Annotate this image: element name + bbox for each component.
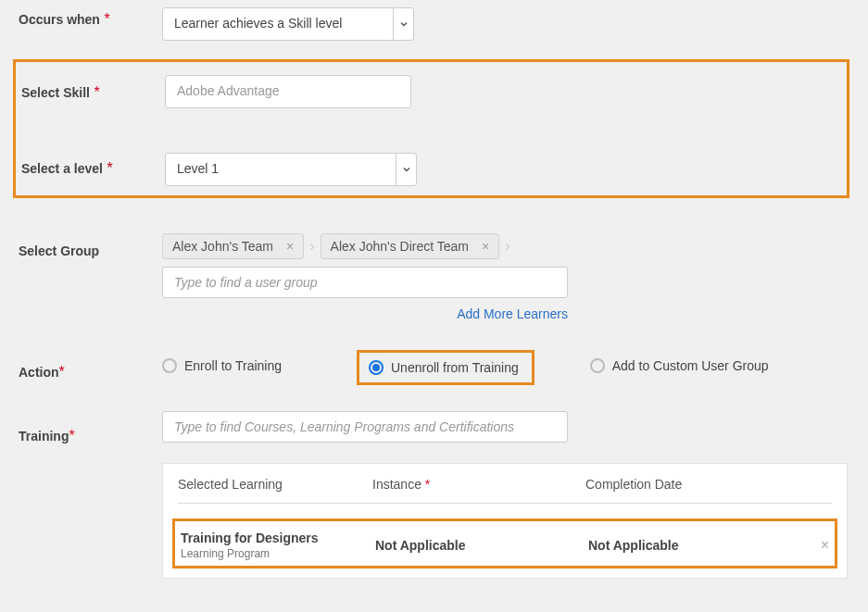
col-selected-learning: Selected Learning [178, 477, 372, 492]
action-radio-unenroll[interactable]: Unenroll from Training [369, 360, 519, 375]
training-instance: Not Applicable [375, 538, 588, 553]
radio-icon [369, 360, 384, 375]
training-completion: Not Applicable [588, 538, 801, 553]
level-value: Level 1 [166, 154, 396, 185]
radio-icon [590, 358, 605, 373]
action-radio-enroll[interactable]: Enroll to Training [162, 358, 282, 373]
chevron-down-icon [393, 8, 413, 40]
remove-icon[interactable]: × [482, 239, 489, 254]
breadcrumb-separator: › [309, 238, 314, 255]
learning-plan-form: Occurs when * Learner achieves a Skill l… [0, 0, 868, 579]
action-radio-customgroup[interactable]: Add to Custom User Group [590, 358, 769, 373]
level-row: Select a level * Level 1 [21, 145, 841, 194]
chevron-down-icon [396, 154, 416, 185]
level-label: Select a level [21, 161, 103, 176]
group-crumb-label: Alex John's Direct Team [331, 239, 469, 254]
level-select[interactable]: Level 1 [165, 153, 417, 186]
training-type: Learning Program [181, 547, 375, 560]
occurs-value: Learner achieves a Skill level [163, 8, 393, 40]
occurs-when-select[interactable]: Learner achieves a Skill level [162, 7, 414, 41]
skill-value: Adobe Advantage [166, 76, 410, 107]
group-crumb-0[interactable]: Alex John's Team × [162, 233, 304, 259]
remove-training-icon[interactable]: × [801, 537, 829, 554]
group-breadcrumb: Alex John's Team × › Alex John's Direct … [162, 233, 849, 259]
required-marker: * [69, 428, 74, 443]
table-row: Training for Designers Learning Program … [181, 531, 829, 560]
breadcrumb-separator: › [505, 238, 509, 255]
skill-level-highlight: Select Skill * Adobe Advantage Select a … [13, 59, 849, 198]
training-search-input[interactable]: Type to find Courses, Learning Programs … [162, 411, 568, 443]
radio-label: Enroll to Training [184, 358, 282, 373]
required-marker: * [59, 364, 65, 380]
action-row: Action* Enroll to Training Unenroll from… [19, 350, 849, 385]
group-search-input[interactable]: Type to find a user group [162, 267, 568, 298]
skill-row: Select Skill * Adobe Advantage [21, 68, 841, 145]
radio-label: Add to Custom User Group [612, 358, 769, 373]
skill-select[interactable]: Adobe Advantage [165, 75, 411, 108]
required-marker: * [104, 11, 109, 27]
training-name: Training for Designers [181, 531, 375, 545]
col-completion-date: Completion Date [585, 477, 832, 492]
required-marker: * [107, 160, 112, 176]
group-label: Select Group [19, 244, 99, 258]
col-instance: Instance [372, 477, 421, 492]
required-marker: * [425, 477, 430, 492]
action-unenroll-highlight: Unenroll from Training [357, 350, 535, 385]
skill-label: Select Skill [21, 85, 90, 100]
group-row: Select Group Alex John's Team × › Alex J… [19, 226, 849, 322]
group-crumb-label: Alex John's Team [172, 239, 273, 254]
required-marker: * [94, 84, 99, 100]
selected-learning-table: Selected Learning Instance * Completion … [162, 463, 848, 579]
training-row: Training* Type to find Courses, Learning… [19, 394, 849, 579]
radio-label: Unenroll from Training [391, 360, 519, 375]
training-row-highlight: Training for Designers Learning Program … [172, 518, 837, 568]
remove-icon[interactable]: × [286, 239, 294, 254]
radio-icon [162, 358, 177, 373]
action-label: Action [19, 365, 59, 380]
occurs-label: Occurs when [19, 12, 100, 27]
add-more-learners-link[interactable]: Add More Learners [457, 306, 568, 321]
occurs-row: Occurs when * Learner achieves a Skill l… [19, 0, 849, 54]
group-crumb-1[interactable]: Alex John's Direct Team × [321, 233, 500, 259]
training-label: Training [19, 429, 69, 443]
table-header: Selected Learning Instance * Completion … [178, 477, 832, 504]
